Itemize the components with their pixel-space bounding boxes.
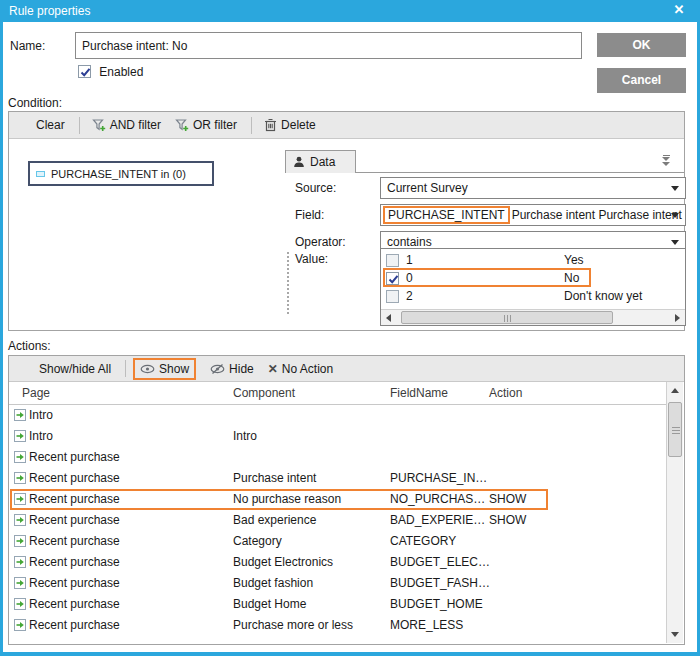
show-label: Show [159, 362, 189, 376]
page-arrow-icon [14, 535, 26, 547]
table-row[interactable]: Recent purchase Budget Home BUDGET_HOME [9, 594, 666, 615]
table-row[interactable]: Intro [9, 405, 666, 426]
dropdown-arrow-icon [671, 240, 679, 245]
enabled-label: Enabled [99, 65, 143, 79]
page-arrow-icon [14, 598, 26, 610]
actions-table-header: Page Component FieldName Action [9, 382, 666, 405]
header-action[interactable]: Action [489, 386, 522, 400]
table-row[interactable]: Recent purchase Budget Electronics BUDGE… [9, 552, 666, 573]
table-row[interactable]: Recent purchase [9, 447, 666, 468]
condition-panel: Clear AND filter OR filter Delete [8, 111, 685, 331]
actions-table-body: Intro Intro Intro Recent purchase [9, 405, 666, 636]
funnel-plus-icon [175, 118, 189, 132]
value-text: Don't know yet [564, 289, 642, 303]
eye-icon [140, 364, 155, 374]
actions-toolbar: Show/hide All Show Hide ✕ No Action [9, 356, 684, 382]
source-label: Source: [295, 181, 336, 195]
source-dropdown[interactable]: Current Survey [380, 177, 686, 199]
value-text: No [564, 271, 579, 285]
table-row[interactable]: Recent purchase No purchase reason NO_PU… [9, 489, 666, 510]
tab-strip-line [355, 172, 684, 173]
value-list[interactable]: 1 Yes 0 No 2 Don't know yet [380, 248, 686, 326]
table-row[interactable]: Recent purchase Bad experience BAD_EXPER… [9, 510, 666, 531]
tab-data[interactable]: Data [285, 150, 356, 173]
scroll-right-icon[interactable] [675, 314, 680, 322]
value-label: Value: [295, 252, 328, 266]
close-icon[interactable]: ✕ [669, 2, 689, 17]
field-value-highlighted: PURCHASE_INTENT [383, 206, 510, 224]
value-text: Yes [564, 253, 584, 267]
table-row[interactable]: Recent purchase Purchase intent PURCHASE… [9, 468, 666, 489]
title-bar[interactable]: Rule properties ✕ [0, 0, 700, 22]
field-dropdown[interactable]: PURCHASE_INTENT Purchase intent Purchase… [380, 204, 686, 226]
actions-vertical-scrollbar[interactable] [666, 382, 683, 643]
and-filter-button[interactable]: AND filter [92, 118, 161, 132]
page-arrow-icon [14, 472, 26, 484]
table-row[interactable]: Recent purchase Purchase more or less MO… [9, 615, 666, 636]
enabled-checkbox[interactable] [78, 65, 91, 78]
table-row[interactable]: Recent purchase Category CATEGORY [9, 531, 666, 552]
delete-button[interactable]: Delete [264, 118, 316, 132]
show-hide-all-label: Show/hide All [39, 362, 111, 376]
tab-data-label: Data [310, 155, 335, 169]
window-border-left [0, 22, 3, 656]
field-value-rest: Purchase intent Purchase intent [512, 208, 682, 222]
clear-label: Clear [36, 118, 65, 132]
panel-splitter-handle[interactable] [287, 252, 289, 314]
source-value: Current Survey [387, 181, 468, 195]
value-code: 0 [406, 271, 413, 285]
value-options-container: 1 Yes 0 No 2 Don't know yet [381, 251, 685, 305]
value-highlight-box [383, 268, 591, 287]
show-button[interactable]: Show [133, 358, 196, 380]
value-option-row[interactable]: 2 Don't know yet [381, 287, 685, 305]
value-code: 1 [406, 253, 413, 267]
scroll-down-icon[interactable] [671, 632, 679, 637]
condition-tree-item-label: PURCHASE_INTENT in (0) [51, 168, 186, 180]
or-filter-button[interactable]: OR filter [175, 118, 237, 132]
check-icon [80, 67, 91, 78]
dropdown-arrow-icon [671, 186, 679, 191]
value-horizontal-scrollbar[interactable] [381, 309, 685, 325]
hide-button[interactable]: Hide [210, 362, 254, 376]
collapse-panel-icon[interactable] [660, 155, 672, 167]
toolbar-separator [125, 360, 126, 377]
x-icon: ✕ [268, 362, 278, 376]
value-checkbox[interactable] [386, 290, 399, 303]
window-border-bottom [0, 652, 700, 656]
eye-slash-icon [210, 363, 225, 375]
actions-panel: Show/hide All Show Hide ✕ No Action Page… [8, 355, 685, 645]
header-page[interactable]: Page [22, 386, 50, 400]
table-row[interactable]: Intro Intro [9, 426, 666, 447]
header-component[interactable]: Component [233, 386, 295, 400]
value-option-row[interactable]: 1 Yes [381, 251, 685, 269]
page-arrow-icon [14, 514, 26, 526]
scroll-up-icon[interactable] [671, 388, 679, 393]
value-option-row[interactable]: 0 No [381, 269, 685, 287]
no-action-label: No Action [282, 362, 333, 376]
ok-button[interactable]: OK [597, 33, 686, 57]
name-input[interactable] [75, 32, 582, 59]
page-arrow-icon [14, 493, 26, 505]
show-hide-all-button[interactable]: Show/hide All [39, 362, 111, 376]
page-arrow-icon [14, 451, 26, 463]
and-filter-label: AND filter [110, 118, 161, 132]
toolbar-separator [79, 117, 80, 134]
operator-label: Operator: [295, 235, 346, 249]
condition-tree-item[interactable]: PURCHASE_INTENT in (0) [28, 161, 214, 186]
hide-label: Hide [229, 362, 254, 376]
delete-label: Delete [281, 118, 316, 132]
header-fieldname[interactable]: FieldName [390, 386, 448, 400]
enabled-row[interactable]: Enabled [78, 64, 143, 79]
page-arrow-icon [14, 577, 26, 589]
clear-button[interactable]: Clear [36, 118, 65, 132]
value-checkbox[interactable] [386, 254, 399, 267]
no-action-button[interactable]: ✕ No Action [268, 362, 333, 376]
value-checkbox[interactable] [386, 272, 399, 285]
table-row[interactable]: Recent purchase Budget fashion BUDGET_FA… [9, 573, 666, 594]
cancel-button[interactable]: Cancel [597, 68, 686, 93]
scroll-left-icon[interactable] [386, 314, 391, 322]
horizontal-scroll-thumb[interactable] [401, 311, 613, 324]
vertical-scroll-thumb[interactable] [668, 402, 682, 457]
condition-toolbar: Clear AND filter OR filter Delete [9, 112, 684, 139]
trash-icon [264, 118, 277, 132]
